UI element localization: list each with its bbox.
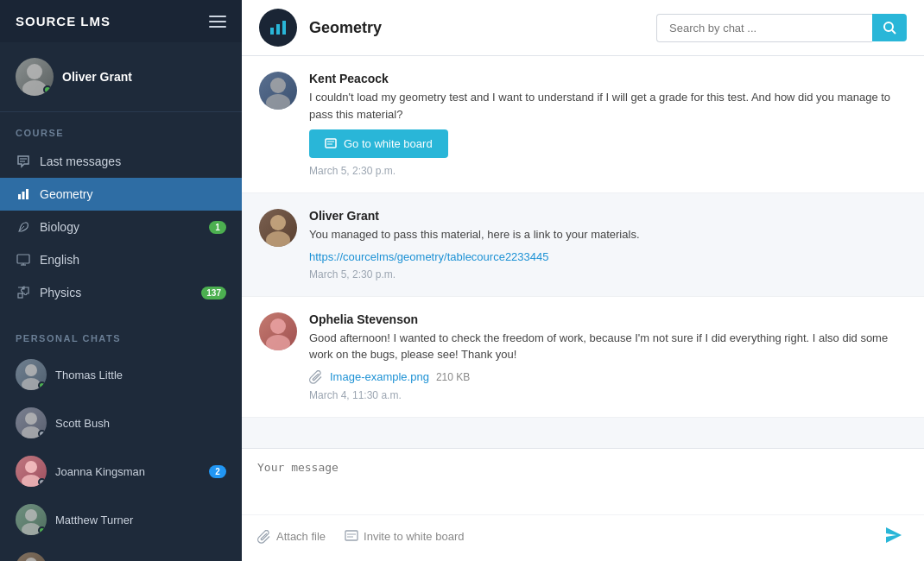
svg-point-12 [25, 364, 37, 376]
file-size: 210 KB [436, 371, 470, 383]
svg-rect-36 [345, 531, 358, 540]
svg-rect-4 [18, 194, 21, 199]
sidebar: SOURCE LMS Oliver Grant COURSE Last mess… [0, 0, 242, 561]
main-content: Geometry Kent Peacock I couldn't load my… [242, 0, 924, 561]
course-section-label: COURSE [0, 112, 242, 145]
message-textarea[interactable] [257, 461, 908, 504]
chat-item-name: Matthew Turner [55, 514, 226, 526]
offline-dot [38, 478, 46, 486]
app-logo: SOURCE LMS [16, 14, 111, 28]
message-block: Ophelia Stevenson Good afternoon! I want… [242, 297, 924, 418]
message-content: Kent Peacock I couldn't load my geometry… [309, 72, 907, 177]
message-content: Ophelia Stevenson Good afternoon! I want… [309, 312, 907, 401]
sidebar-item-scott-bush[interactable]: Scott Bush [0, 399, 242, 447]
file-name[interactable]: Image-example.png [330, 370, 429, 383]
monitor-icon [16, 252, 31, 268]
message-link[interactable]: https://courcelms/geometry/tablecource22… [309, 250, 907, 263]
message-author: Oliver Grant [309, 209, 907, 223]
message-input-area: Attach file Invite to white board [242, 448, 924, 561]
whiteboard-button[interactable]: Go to white board [309, 129, 448, 158]
avatar [259, 72, 297, 110]
attach-file-button[interactable]: Attach file [257, 525, 336, 549]
avatar [16, 456, 47, 487]
attach-icon [257, 530, 271, 544]
sidebar-item-label: Geometry [40, 187, 226, 201]
message-author: Kent Peacock [309, 72, 907, 85]
physics-badge: 137 [201, 287, 226, 299]
svg-rect-6 [26, 189, 28, 199]
search-input[interactable] [656, 14, 872, 42]
sidebar-item-biology[interactable]: Biology 1 [0, 211, 242, 243]
search-box [656, 14, 907, 42]
messages-area: Kent Peacock I couldn't load my geometry… [242, 56, 924, 448]
attach-label: Attach file [276, 530, 326, 543]
sidebar-item-matthew-turner[interactable]: Matthew Turner [0, 495, 242, 544]
user-info: Oliver Grant [0, 42, 242, 112]
svg-point-14 [25, 413, 37, 425]
offline-dot [38, 430, 46, 438]
avatar [259, 209, 297, 247]
biology-badge: 1 [209, 221, 226, 234]
sidebar-item-label: Biology [40, 220, 200, 234]
message-time: March 5, 2:30 p.m. [309, 268, 907, 280]
svg-point-18 [25, 509, 37, 521]
svg-point-16 [25, 461, 37, 473]
svg-point-34 [270, 318, 286, 334]
sidebar-item-english[interactable]: English [0, 243, 242, 276]
chat-item-name: Joanna Kingsman [55, 465, 200, 478]
avatar [16, 359, 47, 390]
message-time: March 5, 2:30 p.m. [309, 165, 907, 177]
whiteboard-btn-label: Go to white board [344, 137, 433, 150]
sidebar-item-joanna-kingsman[interactable]: Joanna Kingsman 2 [0, 447, 242, 495]
menu-button[interactable] [209, 16, 226, 28]
svg-point-32 [270, 215, 286, 230]
puzzle-icon [16, 285, 31, 300]
search-button[interactable] [872, 14, 907, 41]
message-time: March 4, 11:30 a.m. [309, 389, 907, 401]
svg-point-27 [270, 78, 286, 93]
svg-point-20 [25, 558, 37, 561]
sidebar-item-thomas-little[interactable]: Thomas Little [0, 350, 242, 399]
avatar [16, 552, 47, 561]
message-author: Ophelia Stevenson [309, 312, 907, 326]
message-text: I couldn't load my geometry test and I w… [309, 89, 907, 123]
svg-rect-24 [282, 21, 286, 35]
chat-item-name: Scott Bush [55, 417, 226, 430]
chat-item-name: Thomas Little [55, 369, 226, 381]
file-attachment: Image-example.png 210 KB [309, 370, 907, 384]
online-indicator [43, 85, 52, 94]
avatar [259, 312, 297, 350]
whiteboard-invite-label: Invite to white board [364, 530, 464, 543]
chat-title: Geometry [309, 19, 382, 37]
sidebar-item-label: English [40, 253, 226, 267]
svg-line-26 [892, 30, 896, 34]
textarea-wrap [242, 449, 924, 514]
svg-point-33 [266, 231, 290, 247]
chat-header: Geometry [242, 0, 924, 56]
avatar [16, 58, 54, 96]
message-text: Good afternoon! I wanted to check the fr… [309, 330, 907, 363]
send-button[interactable] [879, 520, 908, 552]
paperclip-icon [309, 370, 323, 384]
svg-rect-11 [18, 293, 22, 298]
svg-point-25 [884, 22, 893, 31]
message-content: Oliver Grant You managed to pass this ma… [309, 209, 907, 280]
sidebar-item-last-messages[interactable]: Last messages [0, 145, 242, 178]
sidebar-item-geometry[interactable]: Geometry [0, 178, 242, 211]
user-name: Oliver Grant [62, 70, 132, 84]
invite-whiteboard-button[interactable]: Invite to white board [345, 525, 474, 549]
svg-rect-23 [276, 24, 280, 35]
svg-rect-22 [270, 28, 274, 35]
sidebar-item-physics[interactable]: Physics 137 [0, 276, 242, 309]
message-text: You managed to pass this material, here … [309, 226, 907, 243]
send-icon [884, 526, 903, 545]
svg-point-0 [27, 64, 42, 79]
sidebar-item-label: Last messages [40, 154, 226, 168]
avatar [16, 504, 47, 535]
chart-icon [16, 186, 31, 202]
svg-rect-5 [22, 192, 25, 199]
svg-point-28 [266, 94, 290, 110]
personal-section-label: PERSONAL CHATS [0, 318, 242, 350]
joanna-badge: 2 [209, 465, 226, 478]
sidebar-item-roger-gill[interactable]: Roger Gill [0, 544, 242, 561]
